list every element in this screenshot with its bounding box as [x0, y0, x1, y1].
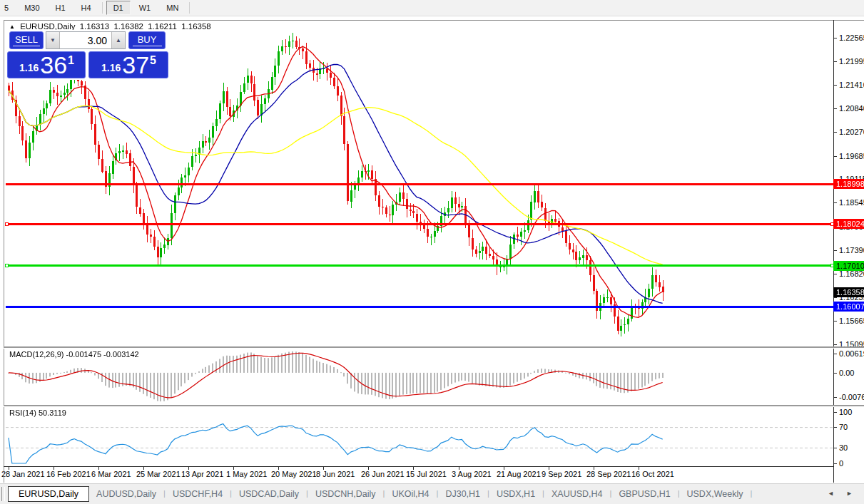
chart-top-frame — [4, 20, 864, 21]
date-axis-label: 13 Apr 2021 — [181, 470, 223, 478]
price-tick-mark — [834, 321, 837, 322]
price-tick-mark — [834, 85, 837, 86]
tab-usdx-weekly[interactable]: USDX,Weekly — [679, 486, 750, 502]
buy-button-label: BUY — [138, 34, 157, 45]
price-tick-mark — [834, 108, 837, 109]
tab-usdcad-daily[interactable]: USDCAD,Daily — [232, 486, 306, 502]
tab-scroll-left-icon[interactable]: ◄ — [828, 490, 834, 497]
volume-increase-button[interactable]: ▲ — [111, 32, 125, 48]
indicator-axis-tick: 0.006193 — [839, 349, 864, 358]
price-axis-tick: 1.17390 — [839, 246, 864, 254]
timeframe-button-5[interactable]: 5 — [0, 1, 16, 15]
date-axis-label: 8 Jun 2021 — [316, 470, 355, 478]
date-axis-label: 1 May 2021 — [226, 470, 267, 478]
macd-label: MACD(12,26,9) -0.001475 -0.003142 — [9, 350, 139, 359]
price-tick-mark — [834, 344, 837, 345]
price-axis-tick: 1.20270 — [839, 128, 864, 136]
price-badge: 1.16358 — [833, 287, 864, 297]
rsi-label: RSI(14) 50.3119 — [9, 408, 66, 417]
horizontal-line[interactable] — [6, 264, 833, 267]
toolbar-separator — [102, 2, 103, 14]
indicator-tick-mark — [834, 397, 837, 398]
date-axis-label: 16 Oct 2021 — [631, 470, 674, 478]
date-axis-label: 28 Jan 2021 — [1, 470, 45, 478]
timeframe-button-H4[interactable]: H4 — [74, 1, 98, 15]
indicator-tick-mark — [834, 373, 837, 374]
price-axis-line — [833, 20, 834, 483]
volume-input[interactable] — [60, 32, 111, 48]
horizontal-line[interactable] — [6, 223, 833, 225]
toolbar-separator — [189, 2, 190, 14]
indicator-axis-tick: 0 — [839, 459, 843, 468]
indicator-axis-tick: 100 — [839, 408, 852, 416]
buy-button[interactable]: BUY — [128, 31, 166, 49]
one-click-trade-panel: SELL ▼ ▲ BUY 1.16 36 1 1.16 37 5 — [6, 30, 170, 80]
indicator-tick-mark — [834, 448, 837, 448]
tab-usdchf-h4[interactable]: USDCHF,H4 — [166, 486, 230, 502]
date-axis-label: 21 Aug 2021 — [497, 470, 541, 478]
tab-gbpusd-h1[interactable]: GBPUSD,H1 — [611, 486, 677, 502]
price-axis-tick: 1.15665 — [839, 317, 864, 325]
trading-platform-window: 5M30H1H4D1W1MN 1.225651.219951.214101.20… — [0, 0, 864, 504]
tab-usdcnh-daily[interactable]: USDCNH,Daily — [308, 486, 383, 502]
rsi-indicator-canvas[interactable] — [6, 406, 833, 466]
indicator-tick-mark — [834, 427, 837, 428]
buy-underline — [133, 46, 162, 46]
price-tick-mark — [834, 297, 837, 298]
buy-price-prefix: 1.16 — [101, 62, 121, 73]
price-tick-mark — [834, 274, 837, 274]
price-axis-tick: 1.22565 — [839, 34, 864, 42]
price-tick-mark — [834, 61, 837, 62]
tab-ukoil-h4[interactable]: UKOil,H4 — [385, 486, 436, 502]
price-badge: 1.18998 — [833, 179, 864, 189]
date-axis-label: 3 Aug 2021 — [452, 470, 492, 478]
price-axis-tick: 1.20840 — [839, 104, 864, 113]
timeframe-button-W1[interactable]: W1 — [132, 1, 158, 15]
sell-price-prefix: 1.16 — [19, 62, 39, 73]
volume-decrease-button[interactable]: ▼ — [46, 32, 60, 48]
indicator-axis-tick: 30 — [839, 443, 848, 452]
chart-tab-bar: EURUSD,DailyAUDUSD,Daily|USDCHF,H4|USDCA… — [0, 483, 864, 504]
chart-left-frame — [4, 20, 4, 483]
horizontal-line[interactable] — [6, 306, 833, 308]
price-badge: 1.18024 — [833, 219, 864, 229]
date-axis-label: 6 Mar 2021 — [91, 470, 131, 478]
price-tick-mark — [834, 202, 837, 203]
tab-separator: | — [750, 489, 752, 498]
price-axis-tick: 1.21410 — [839, 81, 864, 89]
tab-audusd-daily[interactable]: AUDUSD,Daily — [89, 486, 163, 502]
buy-price-digits: 37 — [122, 53, 149, 76]
tabbar-gripper-icon — [1, 487, 5, 501]
price-badge: 1.17010 — [833, 261, 864, 271]
date-axis-label: 26 Jun 2021 — [361, 470, 405, 478]
tab-list: EURUSD,DailyAUDUSD,Daily|USDCHF,H4|USDCA… — [8, 484, 752, 502]
volume-spinner: ▼ ▲ — [46, 31, 126, 49]
timeframe-button-M30[interactable]: M30 — [17, 1, 46, 15]
rsi-pane-splitter[interactable] — [4, 405, 864, 407]
tab-usdx-h1[interactable]: USDX,H1 — [489, 486, 542, 502]
line-handle[interactable] — [5, 222, 9, 226]
buy-price-display[interactable]: 1.16 37 5 — [88, 51, 168, 78]
timeframe-button-H1[interactable]: H1 — [49, 1, 73, 15]
tab-eurusd-daily[interactable]: EURUSD,Daily — [8, 486, 89, 502]
timeframe-button-D1[interactable]: D1 — [106, 1, 131, 15]
date-axis-label: 15 Jul 2021 — [406, 470, 447, 478]
date-axis-label: 16 Feb 2021 — [46, 470, 91, 478]
timeframe-toolbar: 5M30H1H4D1W1MN — [0, 0, 864, 16]
price-tick-mark — [834, 156, 837, 157]
macd-pane-splitter[interactable] — [4, 346, 864, 349]
sell-price-display[interactable]: 1.16 36 1 — [7, 51, 86, 78]
chart-collapse-icon[interactable]: ▲ — [9, 24, 15, 30]
indicator-tick-mark — [834, 354, 837, 354]
line-handle[interactable] — [5, 264, 9, 267]
tab-scroll-right-icon[interactable]: ► — [846, 490, 853, 497]
buy-price-pip: 5 — [150, 54, 156, 67]
tab-xauusd-h4[interactable]: XAUUSD,H4 — [544, 486, 610, 502]
horizontal-line[interactable] — [6, 183, 833, 185]
sell-button-label: SELL — [15, 34, 38, 45]
sell-button[interactable]: SELL — [9, 31, 44, 49]
tab-dj30-h1[interactable]: DJ30,H1 — [438, 486, 487, 502]
timeframe-button-MN[interactable]: MN — [159, 1, 185, 15]
sell-underline — [13, 46, 40, 46]
indicator-axis-tick: -0.007621 — [839, 393, 864, 401]
